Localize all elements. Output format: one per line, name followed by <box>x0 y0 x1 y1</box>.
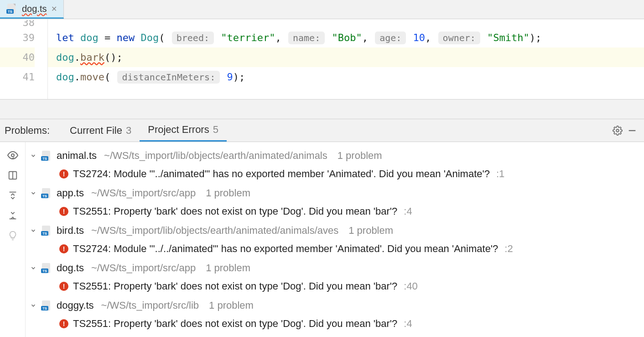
error-text: TS2724: Module '"../../animated"' has no… <box>73 243 498 255</box>
typescript-file-icon: TS <box>41 262 53 274</box>
file-path: ~/WS/ts_import/src/app <box>91 262 196 274</box>
tab-current-file[interactable]: Current File 3 <box>62 119 140 142</box>
error-line: :40 <box>404 280 418 292</box>
inlay-hint: name: <box>288 32 325 44</box>
error-line: :2 <box>504 243 513 255</box>
line-gutter: 38 39 40 41 <box>0 19 48 99</box>
file-path: ~/WS/ts_import/lib/objects/earth/animate… <box>104 150 327 162</box>
file-header[interactable]: TS dog.ts ~/WS/ts_import/src/app 1 probl… <box>28 259 644 277</box>
chevron-down-icon[interactable] <box>29 302 37 309</box>
file-path: ~/WS/ts_import/src/lib <box>101 300 199 311</box>
inlay-hint: breed: <box>172 32 214 44</box>
editor-tab-dog-ts[interactable]: TS dog.ts ✕ <box>0 0 64 19</box>
error-icon: ! <box>59 169 68 179</box>
line-number: 41 <box>0 67 35 87</box>
file-header[interactable]: TS doggy.ts ~/WS/ts_import/src/lib 1 pro… <box>28 296 644 315</box>
line-number: 38 <box>0 20 35 28</box>
error-row[interactable]: ! TS2724: Module '"../animated"' has no … <box>28 165 644 183</box>
typescript-file-icon: TS <box>6 3 18 15</box>
problems-panel-body: TS animal.ts ~/WS/ts_import/lib/objects/… <box>0 142 644 337</box>
svg-text:TS: TS <box>8 10 13 14</box>
svg-text:TS: TS <box>42 194 47 198</box>
error-row[interactable]: ! TS2551: Property 'bark' does not exist… <box>28 277 644 295</box>
count-badge: 5 <box>213 124 218 136</box>
svg-text:TS: TS <box>42 157 47 161</box>
file-name: dog.ts <box>57 262 84 274</box>
file-name: app.ts <box>57 187 84 199</box>
file-header[interactable]: TS bird.ts ~/WS/ts_import/lib/objects/ea… <box>28 221 644 240</box>
code-line[interactable]: let dog = new Dog( breed: "terrier", nam… <box>48 28 644 47</box>
error-text: TS2551: Property 'bark' does not exist o… <box>73 205 397 217</box>
svg-text:TS: TS <box>42 306 47 311</box>
inlay-hint: age: <box>375 32 406 44</box>
problem-file-node: TS animal.ts ~/WS/ts_import/lib/objects/… <box>28 147 644 183</box>
expand-all-icon[interactable] <box>7 190 19 201</box>
file-header[interactable]: TS app.ts ~/WS/ts_import/src/app 1 probl… <box>28 184 644 202</box>
code-line[interactable] <box>48 20 644 28</box>
error-row[interactable]: ! TS2551: Property 'bark' does not exist… <box>28 202 644 221</box>
problems-tree[interactable]: TS animal.ts ~/WS/ts_import/lib/objects/… <box>26 142 644 337</box>
code-editor[interactable]: 38 39 40 41 let dog = new Dog( breed: "t… <box>0 19 644 99</box>
problems-title: Problems: <box>5 119 62 142</box>
error-icon: ! <box>59 207 68 216</box>
error-text: TS2551: Property 'bark' does not exist o… <box>73 280 397 292</box>
problem-count: 1 problem <box>209 300 254 311</box>
chevron-down-icon[interactable] <box>29 265 37 271</box>
problem-file-node: TS app.ts ~/WS/ts_import/src/app 1 probl… <box>28 184 644 221</box>
close-tab-icon[interactable]: ✕ <box>51 5 57 13</box>
problem-count: 1 problem <box>206 262 250 274</box>
svg-text:TS: TS <box>42 232 47 236</box>
error-icon: ! <box>59 319 68 328</box>
error-text: TS2724: Module '"../animated"' has no ex… <box>73 168 490 180</box>
error-line: :1 <box>496 168 504 180</box>
code-line[interactable]: dog.move( distanceInMeters: 9); <box>48 67 644 87</box>
file-path: ~/WS/ts_import/lib/objects/earth/animate… <box>91 225 338 237</box>
editor-tab-bar: TS dog.ts ✕ <box>0 0 644 19</box>
layout-icon[interactable] <box>7 169 19 181</box>
eye-icon[interactable] <box>7 149 19 161</box>
svg-text:TS: TS <box>42 269 47 273</box>
inlay-hint: owner: <box>438 32 480 44</box>
minimize-icon[interactable] <box>625 119 639 142</box>
chevron-down-icon[interactable] <box>29 153 37 159</box>
problem-count: 1 problem <box>338 150 382 162</box>
problem-count: 1 problem <box>348 225 393 237</box>
error-text: TS2551: Property 'bark' does not exist o… <box>73 318 397 330</box>
chevron-down-icon[interactable] <box>29 227 37 234</box>
line-number: 39 <box>0 28 35 47</box>
tab-project-errors[interactable]: Project Errors 5 <box>140 119 227 142</box>
file-name: bird.ts <box>57 225 84 237</box>
typescript-file-icon: TS <box>41 150 53 162</box>
svg-point-3 <box>616 129 619 132</box>
problem-file-node: TS dog.ts ~/WS/ts_import/src/app 1 probl… <box>28 259 644 295</box>
line-number: 40 <box>0 47 35 67</box>
error-icon: ! <box>59 282 68 291</box>
file-name: animal.ts <box>57 150 97 162</box>
file-name: doggy.ts <box>57 300 94 311</box>
problems-sidebar <box>0 142 26 337</box>
problems-panel-header: Problems: Current File 3 Project Errors … <box>0 119 644 142</box>
chevron-down-icon[interactable] <box>29 190 37 196</box>
error-row[interactable]: ! TS2551: Property 'bark' does not exist… <box>28 315 644 333</box>
error-icon: ! <box>59 244 68 253</box>
typescript-file-icon: TS <box>41 187 53 199</box>
collapse-all-icon[interactable] <box>7 210 19 221</box>
count-badge: 3 <box>126 125 131 137</box>
panel-divider[interactable] <box>0 99 644 119</box>
problem-count: 1 problem <box>206 187 250 199</box>
typescript-file-icon: TS <box>41 300 53 311</box>
code-area[interactable]: let dog = new Dog( breed: "terrier", nam… <box>48 19 644 99</box>
file-header[interactable]: TS animal.ts ~/WS/ts_import/lib/objects/… <box>28 147 644 165</box>
svg-point-5 <box>11 154 14 157</box>
problem-file-node: TS doggy.ts ~/WS/ts_import/src/lib 1 pro… <box>28 296 644 333</box>
problem-file-node: TS bird.ts ~/WS/ts_import/lib/objects/ea… <box>28 221 644 258</box>
gear-icon[interactable] <box>610 119 625 142</box>
file-path: ~/WS/ts_import/src/app <box>91 187 196 199</box>
bulb-icon[interactable] <box>7 230 19 242</box>
typescript-file-icon: TS <box>41 225 53 237</box>
tab-label: dog.ts <box>22 4 47 14</box>
error-line: :4 <box>404 318 412 330</box>
error-row[interactable]: ! TS2724: Module '"../../animated"' has … <box>28 240 644 258</box>
code-line[interactable]: dog.bark(); <box>48 47 644 67</box>
inlay-hint: distanceInMeters: <box>117 71 220 84</box>
